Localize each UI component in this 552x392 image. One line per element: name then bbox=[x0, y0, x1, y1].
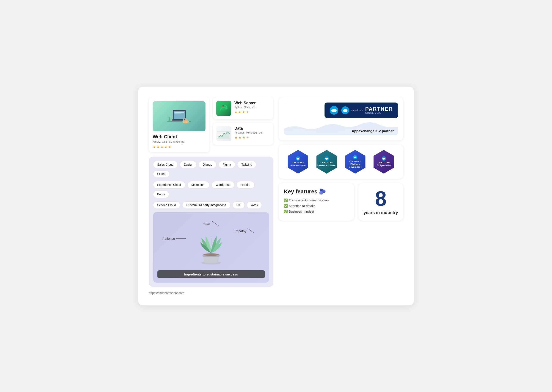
cert-ai-hex: CERTIFIED AI Specialist bbox=[372, 150, 396, 174]
cert-platdev-sf-icon bbox=[353, 155, 357, 159]
svg-point-18 bbox=[223, 105, 224, 105]
right-skill-cards: Web Server Python, Node, etc. ★ ★ ★ ★ bbox=[213, 97, 273, 145]
tag-heroku[interactable]: Heroku bbox=[237, 181, 254, 189]
svg-rect-9 bbox=[185, 118, 186, 123]
cert-ai-certified-text: CERTIFIED bbox=[378, 161, 390, 164]
feature-2: ✅ Attention to details bbox=[284, 204, 349, 208]
cert-admin-sf-icon bbox=[296, 156, 300, 161]
svg-point-46 bbox=[326, 158, 327, 159]
tag-service-cloud[interactable]: Service Cloud bbox=[153, 201, 180, 209]
main-grid: Web Client HTML, CSS & Javascript ★ ★ ★ … bbox=[149, 97, 403, 287]
cert-platdev-certified-text: CERTIFIED bbox=[349, 160, 361, 162]
tag-ux[interactable]: UX bbox=[232, 201, 245, 209]
web-server-image bbox=[216, 101, 231, 116]
web-client-illustration bbox=[165, 105, 193, 127]
tag-tailwind[interactable]: Tailwind bbox=[237, 161, 256, 168]
svg-point-50 bbox=[354, 156, 356, 157]
tag-wordpress[interactable]: Wordpress bbox=[212, 181, 234, 189]
cert-system-architect: CERTIFIED System Architect bbox=[313, 150, 341, 174]
sf-partner-content: salesforce PARTNER SINCE 2020 bbox=[284, 103, 398, 118]
partner-label: PARTNER bbox=[365, 106, 393, 112]
cert-ai-specialist: CERTIFIED AI Specialist bbox=[370, 150, 398, 174]
web-server-title: Web Server bbox=[234, 101, 256, 105]
tag-bootstrap[interactable]: Boots bbox=[153, 191, 169, 198]
tag-django[interactable]: Django bbox=[199, 161, 216, 168]
star-5: ★ bbox=[168, 145, 172, 148]
tag-slds[interactable]: SLDS bbox=[153, 170, 169, 178]
data-card: Data Postgres, MongoDB, etc. ★ ★ ★ ★ bbox=[213, 123, 273, 145]
svg-point-38 bbox=[344, 109, 346, 111]
tag-experience-cloud[interactable]: Experience Cloud bbox=[153, 181, 185, 189]
since-label: SINCE 2020 bbox=[365, 112, 393, 114]
cert-sysarch-title: System Architect bbox=[317, 164, 336, 167]
svg-rect-8 bbox=[183, 119, 184, 123]
right-column: salesforce PARTNER SINCE 2020 bbox=[279, 97, 403, 287]
star-3: ★ bbox=[160, 145, 164, 148]
cert-sysarch-cloud bbox=[325, 157, 328, 160]
cert-ai-shape: CERTIFIED AI Specialist bbox=[372, 150, 396, 174]
sf-partner-badge: salesforce PARTNER SINCE 2020 bbox=[324, 103, 398, 118]
tag-custom-integrations[interactable]: Custom 3rd party Integrations bbox=[182, 201, 230, 209]
trust-label: Trust bbox=[203, 221, 220, 227]
tags-section: Sales Cloud Zapier Django Figma Tailwind… bbox=[149, 157, 273, 287]
web-server-subtitle: Python, Node, etc. bbox=[234, 106, 256, 109]
tags-row-1: Sales Cloud Zapier Django Figma Tailwind… bbox=[153, 161, 269, 178]
tags-row-2: Experience Cloud Make.com Wordpress Hero… bbox=[153, 181, 269, 198]
cert-platdev-title: Platform Developer I bbox=[345, 163, 365, 168]
cert-admin-hex: CERTIFIED Administrator bbox=[286, 150, 310, 174]
tag-sales-cloud[interactable]: Sales Cloud bbox=[153, 161, 178, 168]
cert-admin-title: Administrator bbox=[290, 164, 306, 167]
cert-sysarch-shape: CERTIFIED System Architect bbox=[315, 150, 338, 174]
cert-platdev-hex: CERTIFIED Platform Developer I bbox=[343, 150, 367, 174]
tag-figma[interactable]: Figma bbox=[219, 161, 235, 168]
snake-icon bbox=[218, 103, 230, 114]
tag-make[interactable]: Make.com bbox=[187, 181, 210, 189]
bottom-row: Key features 🫐 ✅ Transparent communicati… bbox=[279, 183, 403, 221]
cert-admin-certified-text: CERTIFIED bbox=[292, 161, 304, 164]
key-features-title: Key features 🫐 bbox=[284, 188, 349, 195]
main-container: Web Client HTML, CSS & Javascript ★ ★ ★ … bbox=[138, 87, 414, 305]
star-2: ★ bbox=[157, 145, 160, 148]
cert-sysarch-hex: CERTIFIED System Architect bbox=[315, 150, 338, 174]
sf-logo bbox=[330, 106, 338, 115]
svg-point-17 bbox=[222, 105, 223, 105]
svg-point-34 bbox=[333, 109, 335, 111]
web-server-info: Web Server Python, Node, etc. ★ ★ ★ ★ bbox=[234, 101, 256, 113]
svg-line-23 bbox=[212, 221, 219, 226]
plant-card: Trust Empathy Patience bbox=[153, 212, 269, 283]
left-column: Web Client HTML, CSS & Javascript ★ ★ ★ … bbox=[149, 97, 273, 287]
chart-icon bbox=[216, 126, 231, 141]
tag-zapier[interactable]: Zapier bbox=[180, 161, 197, 168]
web-server-stars: ★ ★ ★ ★ bbox=[234, 110, 256, 113]
star-4: ★ bbox=[164, 145, 168, 148]
cert-platdev-shape: CERTIFIED Platform Developer I bbox=[343, 150, 367, 174]
cert-sysarch-certified-text: CERTIFIED bbox=[320, 161, 333, 164]
tag-aws[interactable]: AWS bbox=[247, 201, 262, 209]
years-card: 8 years in industry bbox=[358, 183, 403, 221]
star-1: ★ bbox=[153, 145, 156, 148]
salesforce-logo-svg bbox=[331, 108, 337, 112]
web-client-image bbox=[153, 101, 206, 131]
tags-row-3: Service Cloud Custom 3rd party Integrati… bbox=[153, 201, 269, 209]
footer-url: https://shubhamsonar.com bbox=[149, 291, 403, 295]
svg-rect-10 bbox=[186, 119, 187, 123]
web-server-card: Web Server Python, Node, etc. ★ ★ ★ ★ bbox=[213, 97, 273, 119]
ingredients-label: Ingredients to sustainable success bbox=[158, 270, 265, 278]
data-info: Data Postgres, MongoDB, etc. ★ ★ ★ ★ bbox=[234, 126, 263, 139]
plant-svg bbox=[190, 229, 233, 266]
data-stars: ★ ★ ★ ★ bbox=[234, 135, 263, 139]
feature-1: ✅ Transparent communication bbox=[284, 198, 349, 202]
web-client-subtitle: HTML, CSS & Javascript bbox=[153, 140, 206, 143]
web-client-card: Web Client HTML, CSS & Javascript ★ ★ ★ … bbox=[149, 97, 209, 152]
sf-cloud-logo bbox=[341, 106, 349, 114]
sf-icon bbox=[343, 109, 348, 112]
cert-administrator: CERTIFIED Administrator bbox=[284, 150, 312, 174]
data-image bbox=[216, 126, 231, 141]
svg-marker-22 bbox=[218, 132, 230, 138]
cloud-decoration: Appexchange ISV partner bbox=[284, 120, 398, 135]
plant-illustration bbox=[158, 229, 265, 266]
cert-ai-sf-icon bbox=[382, 156, 386, 161]
web-client-title: Web Client bbox=[153, 134, 206, 140]
years-label: years in industry bbox=[364, 210, 398, 215]
appexchange-label: Appexchange ISV partner bbox=[352, 129, 394, 133]
